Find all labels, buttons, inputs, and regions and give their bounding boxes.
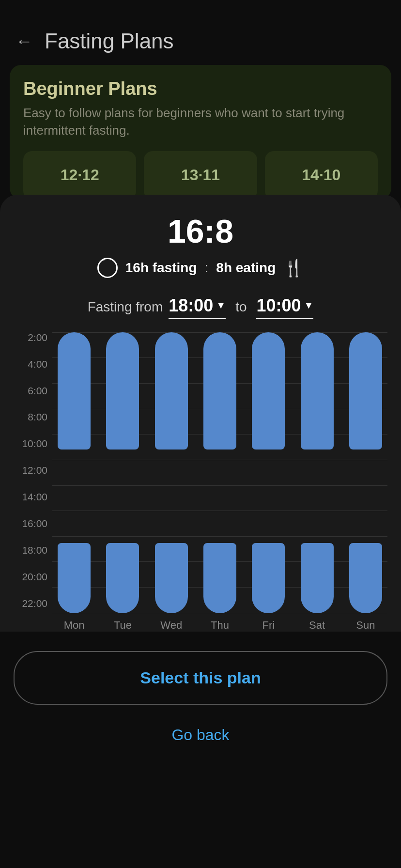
fasting-start-time: 18:00 — [169, 295, 213, 316]
day-label-fri: Fri — [247, 619, 290, 632]
y-label-1600: 16:00 — [14, 518, 47, 528]
mini-card-1410[interactable]: 14·10 — [265, 151, 378, 200]
bar-col-sun — [344, 332, 387, 613]
day-label-wed: Wed — [150, 619, 193, 632]
fasting-end-time: 10:00 — [256, 295, 301, 316]
bar-bottom-fast-tue — [106, 543, 139, 613]
bar-top-fast-wed — [155, 332, 188, 450]
section-description: Easy to follow plans for beginners who w… — [23, 104, 378, 140]
bar-bottom-fast-fri — [252, 543, 285, 613]
bar-bottom-fast-sun — [349, 543, 382, 613]
to-label: to — [235, 299, 247, 315]
day-label-sun: Sun — [344, 619, 387, 632]
day-label-thu: Thu — [198, 619, 242, 632]
beginner-plans-section: Beginner Plans Easy to follow plans for … — [0, 65, 401, 200]
select-plan-button[interactable]: Select this plan — [14, 651, 387, 705]
y-label-800: 8:00 — [14, 412, 47, 422]
fasting-start-select[interactable]: 18:00 ▼ — [169, 295, 226, 319]
y-label-600: 6:00 — [14, 386, 47, 396]
bar-bottom-fast-mon — [58, 543, 91, 613]
bar-bottom-fast-wed — [155, 543, 188, 613]
day-label-tue: Tue — [101, 619, 144, 632]
fasting-chart: 2:00 4:00 6:00 8:00 10:00 12:00 14:00 16… — [14, 332, 387, 632]
end-time-chevron-icon: ▼ — [304, 300, 314, 311]
y-label-1400: 14:00 — [14, 492, 47, 502]
plan-title: 16:8 — [14, 212, 387, 250]
top-bar: ← Fasting Plans — [0, 0, 401, 65]
bar-col-mon — [52, 332, 96, 613]
section-title: Beginner Plans — [23, 78, 378, 99]
mini-card-label: 14·10 — [302, 166, 340, 184]
bar-bottom-fast-sat — [301, 543, 334, 613]
start-time-chevron-icon: ▼ — [216, 300, 226, 311]
bar-col-wed — [150, 332, 193, 613]
fasting-hours-label: 16h fasting — [125, 260, 197, 276]
bar-col-sat — [295, 332, 339, 613]
separator-label: : — [205, 260, 209, 276]
y-label-1000: 10:00 — [14, 438, 47, 449]
bar-top-fast-sat — [301, 332, 334, 450]
plan-detail-sheet: 16:8 16h fasting : 8h eating 🍴 Fasting f… — [0, 195, 401, 632]
bar-top-fast-mon — [58, 332, 91, 450]
bar-top-fast-sun — [349, 332, 382, 450]
fasting-from-label: Fasting from — [88, 299, 163, 315]
utensils-icon: 🍴 — [283, 258, 304, 278]
y-label-1200: 12:00 — [14, 465, 47, 475]
chart-inner: MonTueWedThuFriSatSun — [52, 332, 387, 632]
fasting-time-row: Fasting from 18:00 ▼ to 10:00 ▼ — [14, 295, 387, 319]
y-label-2200: 22:00 — [14, 598, 47, 608]
mini-card-1311[interactable]: 13·11 — [144, 151, 257, 200]
go-back-button[interactable]: Go back — [14, 716, 387, 754]
mini-card-label: 12·12 — [61, 166, 99, 184]
fasting-end-select[interactable]: 10:00 ▼ — [256, 295, 313, 319]
y-axis: 2:00 4:00 6:00 8:00 10:00 12:00 14:00 16… — [14, 332, 47, 608]
bar-col-fri — [247, 332, 290, 613]
y-label-2000: 20:00 — [14, 572, 47, 582]
eating-hours-label: 8h eating — [216, 260, 276, 276]
bars-row — [52, 332, 387, 613]
bar-top-fast-tue — [106, 332, 139, 450]
section-card: Beginner Plans Easy to follow plans for … — [10, 65, 391, 200]
y-label-200: 2:00 — [14, 332, 47, 342]
page-title: Fasting Plans — [45, 29, 174, 53]
bar-top-fast-fri — [252, 332, 285, 450]
back-button[interactable]: ← — [15, 31, 33, 51]
bar-col-tue — [101, 332, 144, 613]
day-label-mon: Mon — [52, 619, 96, 632]
bar-bottom-fast-thu — [203, 543, 236, 613]
y-label-1800: 18:00 — [14, 545, 47, 555]
y-label-400: 4:00 — [14, 359, 47, 369]
moon-icon — [97, 258, 118, 278]
buttons-section: Select this plan Go back — [0, 641, 401, 783]
plan-subtitle: 16h fasting : 8h eating 🍴 — [14, 258, 387, 278]
mini-card-1212[interactable]: 12·12 — [23, 151, 136, 200]
mini-cards-row: 12·12 13·11 14·10 — [23, 151, 378, 200]
mini-card-label: 13·11 — [181, 166, 220, 184]
bar-top-fast-thu — [203, 332, 236, 450]
bar-col-thu — [198, 332, 242, 613]
day-label-sat: Sat — [295, 619, 339, 632]
day-labels-row: MonTueWedThuFriSatSun — [52, 613, 387, 632]
